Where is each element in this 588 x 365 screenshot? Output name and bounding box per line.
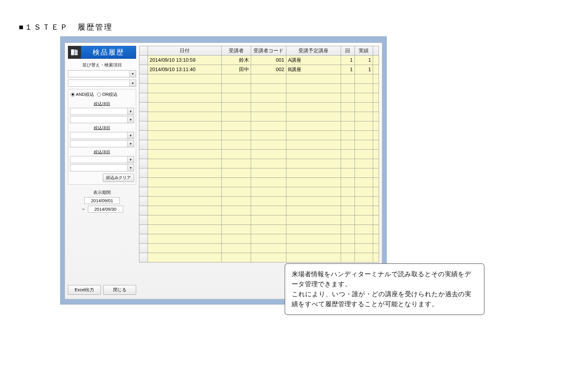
scroll-gutter[interactable] xyxy=(373,74,379,84)
row-selector[interactable] xyxy=(139,150,148,159)
scroll-gutter[interactable] xyxy=(373,215,379,225)
filter-1-select-a[interactable]: ▼ xyxy=(70,108,134,115)
scroll-gutter[interactable] xyxy=(373,56,379,65)
chevron-down-icon: ▼ xyxy=(129,80,136,86)
table-header-row: 日付 受講者 受講者コード 受講予定講座 回 実績 xyxy=(139,46,379,56)
row-selector[interactable] xyxy=(139,215,148,225)
header-scroll xyxy=(373,46,379,56)
row-selector[interactable] xyxy=(139,93,148,103)
cell-date: 2014/09/10 13:10:59 xyxy=(148,56,221,65)
logo-title-row: 検品履歴 xyxy=(68,46,136,59)
scroll-gutter[interactable] xyxy=(373,187,379,197)
sort-section-label: 並び替え・検索項目 xyxy=(68,62,136,68)
book-icon xyxy=(68,46,81,59)
excel-export-button[interactable]: Excel出力 xyxy=(68,285,101,295)
row-selector[interactable] xyxy=(139,159,148,168)
row-selector[interactable] xyxy=(139,244,148,253)
filter-group-2-label: 絞込項目 xyxy=(70,125,134,131)
history-table: 日付 受講者 受講者コード 受講予定講座 回 実績 2014/09/10 13:… xyxy=(139,46,379,262)
sort-select-2[interactable]: ▼ xyxy=(68,80,136,87)
date-from-field[interactable]: 2014/09/01 xyxy=(84,197,120,204)
table-area: 日付 受講者 受講者コード 受講予定講座 回 実績 2014/09/10 13:… xyxy=(139,46,379,296)
row-selector[interactable] xyxy=(139,84,148,93)
scroll-gutter[interactable] xyxy=(373,112,379,121)
filter-3-select-b[interactable]: ▼ xyxy=(70,164,134,171)
scroll-gutter[interactable] xyxy=(373,159,379,168)
header-result[interactable]: 実績 xyxy=(355,46,373,56)
scroll-gutter[interactable] xyxy=(373,150,379,159)
table-row[interactable]: 2014/09/10 13:11:40田中002B講座11 xyxy=(139,65,379,74)
table-row-empty xyxy=(139,93,379,103)
header-student[interactable]: 受講者 xyxy=(221,46,251,56)
row-selector[interactable] xyxy=(139,74,148,84)
table-row-empty xyxy=(139,253,379,262)
filter-2-select-a[interactable]: ▼ xyxy=(70,132,134,139)
radio-or[interactable]: OR絞込 xyxy=(97,92,118,97)
cell-code: 001 xyxy=(251,56,286,65)
scroll-gutter[interactable] xyxy=(373,253,379,262)
radio-and[interactable]: AND絞込 xyxy=(71,92,94,97)
filter-1-select-b[interactable]: ▼ xyxy=(70,116,134,123)
row-selector[interactable] xyxy=(139,197,148,206)
scroll-gutter[interactable] xyxy=(373,168,379,178)
chevron-down-icon: ▼ xyxy=(127,108,134,115)
cell-course: B講座 xyxy=(286,65,341,74)
filter-clear-button[interactable]: 絞込みクリア xyxy=(103,174,134,182)
filter-2-select-b[interactable]: ▼ xyxy=(70,140,134,147)
close-button[interactable]: 閉じる xyxy=(103,285,136,295)
info-callout: 来場者情報をハンディターミナルで読み取るとその実績をデータ管理できます。 これに… xyxy=(285,263,485,315)
scroll-gutter[interactable] xyxy=(373,244,379,253)
cell-result: 1 xyxy=(355,65,373,74)
table-row-empty xyxy=(139,197,379,206)
scroll-gutter[interactable] xyxy=(373,197,379,206)
inner-frame: 検品履歴 並び替え・検索項目 ▼ ▼ AND絞込 OR絞込 絞込項目 ▼ xyxy=(65,43,382,299)
filter-3-select-a[interactable]: ▼ xyxy=(70,156,134,163)
cell-date: 2014/09/10 13:11:40 xyxy=(148,65,221,74)
cell-course: A講座 xyxy=(286,56,341,65)
scroll-gutter[interactable] xyxy=(373,84,379,93)
row-selector[interactable] xyxy=(139,112,148,121)
row-selector[interactable] xyxy=(139,168,148,178)
scroll-gutter[interactable] xyxy=(373,131,379,140)
table-row-empty xyxy=(139,215,379,225)
radio-on-icon xyxy=(71,93,75,97)
chevron-down-icon: ▼ xyxy=(127,116,134,123)
cell-code: 002 xyxy=(251,65,286,74)
period-label: 表示期間 xyxy=(93,190,111,195)
scroll-gutter[interactable] xyxy=(373,93,379,103)
scroll-gutter[interactable] xyxy=(373,206,379,215)
row-selector[interactable] xyxy=(139,65,148,74)
row-selector[interactable] xyxy=(139,253,148,262)
sort-select-1[interactable]: ▼ xyxy=(68,70,136,77)
row-selector[interactable] xyxy=(139,234,148,244)
scroll-gutter[interactable] xyxy=(373,65,379,74)
bottom-button-row: Excel出力 閉じる xyxy=(68,285,136,296)
table-row-empty xyxy=(139,84,379,93)
header-date[interactable]: 日付 xyxy=(148,46,221,56)
scroll-gutter[interactable] xyxy=(373,121,379,131)
table-row-empty xyxy=(139,178,379,187)
chevron-down-icon: ▼ xyxy=(129,71,136,77)
row-selector[interactable] xyxy=(139,56,148,65)
header-course[interactable]: 受講予定講座 xyxy=(286,46,341,56)
row-selector[interactable] xyxy=(139,140,148,150)
table-row[interactable]: 2014/09/10 13:10:59鈴木001A講座11 xyxy=(139,56,379,65)
row-selector[interactable] xyxy=(139,178,148,187)
header-count[interactable]: 回 xyxy=(341,46,355,56)
scroll-gutter[interactable] xyxy=(373,234,379,244)
scroll-gutter[interactable] xyxy=(373,178,379,187)
header-code[interactable]: 受講者コード xyxy=(251,46,286,56)
scroll-gutter[interactable] xyxy=(373,225,379,234)
scroll-gutter[interactable] xyxy=(373,103,379,112)
scroll-gutter[interactable] xyxy=(373,140,379,150)
row-selector[interactable] xyxy=(139,206,148,215)
table-row-empty xyxy=(139,234,379,244)
row-selector[interactable] xyxy=(139,121,148,131)
date-to-field[interactable]: 2014/09/30 xyxy=(88,206,123,212)
table-row-empty xyxy=(139,206,379,215)
row-selector[interactable] xyxy=(139,225,148,234)
row-selector[interactable] xyxy=(139,131,148,140)
row-selector[interactable] xyxy=(139,187,148,197)
row-selector[interactable] xyxy=(139,103,148,112)
period-separator: ～ xyxy=(81,206,86,212)
